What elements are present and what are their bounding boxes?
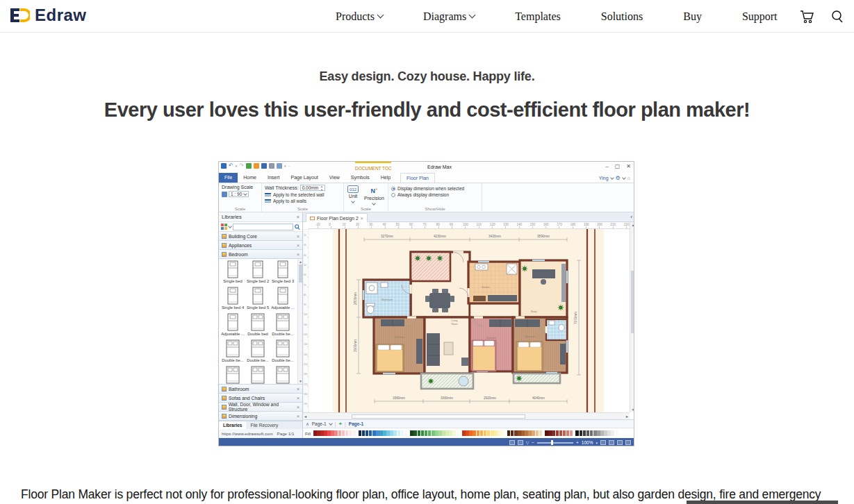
color-swatch[interactable] [566, 430, 570, 436]
library-section-close-icon[interactable]: × [297, 414, 299, 419]
nav-item-support[interactable]: Support [742, 10, 778, 23]
color-swatch[interactable] [473, 430, 476, 436]
library-section-building-core[interactable]: Building Core× [219, 232, 302, 241]
color-swatch[interactable] [570, 430, 573, 436]
library-section-wall-door-window-and-structure[interactable]: Wall, Door, Window and Structure× [219, 403, 302, 412]
nav-item-diagrams[interactable]: Diagrams [423, 10, 475, 23]
color-swatch[interactable] [324, 430, 327, 436]
nav-item-products[interactable]: Products [336, 10, 383, 23]
page-nav-chevron-icon[interactable] [329, 421, 333, 426]
color-swatch[interactable] [491, 430, 494, 436]
zoom-slider[interactable] [537, 442, 573, 444]
cart-icon[interactable] [800, 10, 815, 24]
ribbon-tab-floor-plan[interactable]: Floor Plan [400, 173, 435, 183]
search-icon[interactable] [830, 10, 844, 24]
color-swatch[interactable] [480, 430, 484, 436]
shape-item[interactable]: Single bed 5 [245, 287, 270, 310]
color-swatch[interactable] [559, 430, 563, 436]
color-swatch[interactable] [432, 430, 435, 436]
color-swatch[interactable] [611, 430, 614, 436]
maximize-button[interactable]: ▢ [615, 163, 621, 169]
ribbon-tab-home[interactable]: Home [238, 173, 262, 183]
color-swatch[interactable] [418, 430, 421, 436]
library-section-close-icon[interactable]: × [297, 252, 299, 257]
color-swatch[interactable] [342, 430, 345, 436]
document-tab-close-icon[interactable]: × [361, 216, 363, 221]
color-swatch[interactable] [393, 430, 397, 436]
color-swatch[interactable] [317, 430, 320, 436]
ribbon-tab-file[interactable]: File [219, 173, 238, 183]
undo-icon[interactable]: ↶ [229, 163, 233, 169]
color-swatch[interactable] [507, 430, 511, 436]
panel-tab-libraries[interactable]: Libraries [219, 421, 246, 429]
document-tab[interactable]: Floor Plan Design 2 × [306, 213, 368, 222]
color-swatch[interactable] [452, 430, 456, 436]
library-section-bedroom[interactable]: Bedroom× [219, 250, 302, 259]
shape-item[interactable]: Single bed [220, 260, 245, 283]
nav-item-templates[interactable]: Templates [515, 10, 561, 23]
find-icon[interactable] [617, 440, 623, 445]
unit-button[interactable]: 012 Unit [347, 185, 359, 205]
color-swatch[interactable] [590, 430, 593, 436]
print-icon[interactable] [269, 163, 274, 169]
color-swatch[interactable] [362, 430, 366, 436]
color-swatch[interactable] [518, 430, 521, 436]
shape-item[interactable] [245, 366, 270, 385]
color-swatch[interactable] [386, 430, 390, 436]
color-swatch[interactable] [401, 430, 404, 436]
color-swatch[interactable] [511, 430, 514, 436]
redo-icon[interactable]: ↷ [239, 163, 244, 169]
shape-item[interactable] [270, 366, 295, 385]
color-swatch[interactable] [383, 430, 386, 436]
color-swatch[interactable] [372, 430, 376, 436]
undo-chevron-icon[interactable]: ▾ [236, 163, 238, 169]
color-swatch[interactable] [404, 430, 408, 436]
panel-icon[interactable] [277, 163, 282, 169]
canvas-horizontal-scrollbar[interactable]: ◂▸ [303, 412, 630, 419]
shape-item[interactable]: Double bed [245, 313, 270, 336]
account-name[interactable]: Ying [599, 176, 609, 180]
shape-item[interactable]: Adjustable ... [220, 313, 245, 336]
library-section-bathroom[interactable]: Bathroom× [219, 385, 302, 394]
color-swatch[interactable] [425, 430, 428, 436]
color-swatch[interactable] [575, 430, 579, 436]
edraw-app-icon[interactable] [221, 163, 227, 169]
color-swatch[interactable] [445, 430, 449, 436]
fit-page-icon[interactable] [600, 440, 606, 445]
color-swatch[interactable] [494, 430, 498, 436]
ribbon-tab-view[interactable]: View [324, 173, 345, 183]
collapse-panel-icon[interactable]: ‹ [630, 214, 632, 220]
color-swatch[interactable] [484, 430, 487, 436]
color-swatch[interactable] [498, 430, 501, 436]
color-swatch[interactable] [421, 430, 425, 436]
home-icon[interactable]: ⌂ [627, 176, 630, 180]
library-section-close-icon[interactable]: × [297, 405, 299, 410]
minimize-button[interactable]: – [605, 163, 608, 169]
page-nav-label[interactable]: Page-1 [312, 421, 327, 426]
library-section-close-icon[interactable]: × [297, 243, 299, 248]
zoom-in-button[interactable]: + [576, 440, 579, 445]
panel-close-icon[interactable]: × [297, 214, 299, 220]
color-swatch[interactable] [366, 430, 369, 436]
precision-button[interactable]: N+ Precision [364, 185, 384, 205]
color-swatch[interactable] [359, 430, 362, 436]
save-icon[interactable] [261, 163, 267, 169]
color-swatch[interactable] [487, 430, 491, 436]
edraw-logo[interactable]: Edraw [9, 6, 87, 25]
color-swatch[interactable] [600, 430, 604, 436]
color-swatch[interactable] [580, 430, 583, 436]
view-page-icon[interactable] [518, 440, 523, 445]
color-swatch[interactable] [334, 430, 338, 436]
zoom-chevron-icon[interactable]: ▾ [596, 441, 598, 445]
library-scrollbar[interactable]: ▲ ▼ [297, 259, 302, 384]
view-normal-icon[interactable] [509, 440, 515, 445]
radio-display-dimension-selected[interactable]: Display dimension when selected [391, 186, 479, 191]
color-swatch[interactable] [327, 430, 331, 436]
color-swatch[interactable] [597, 430, 600, 436]
color-swatch[interactable] [586, 430, 590, 436]
nav-item-buy[interactable]: Buy [683, 10, 702, 23]
library-section-dimensioning[interactable]: Dimensioning× [219, 412, 302, 421]
color-swatch[interactable] [349, 430, 352, 436]
color-swatch[interactable] [545, 430, 548, 436]
color-swatch[interactable] [449, 430, 452, 436]
